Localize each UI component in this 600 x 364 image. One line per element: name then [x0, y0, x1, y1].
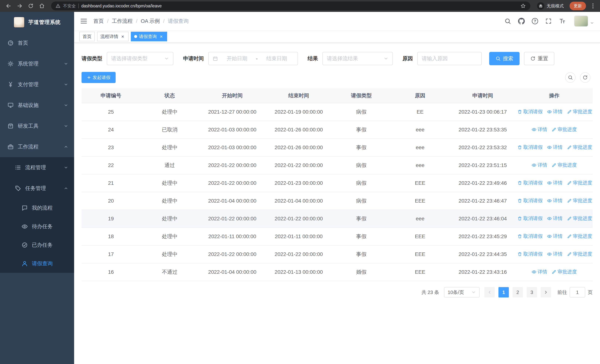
cell-start-time: 2022-01-04 00:00:00 [199, 192, 265, 210]
sidebar-item-leave-query[interactable]: 请假查询 [0, 254, 74, 273]
prev-page-button[interactable] [484, 287, 495, 298]
cancel-leave-link[interactable]: 取消请假 [517, 108, 543, 115]
cell-leave-type: 婚假 [332, 263, 391, 281]
page-button-3[interactable]: 3 [527, 287, 537, 298]
font-size-icon[interactable] [559, 18, 565, 24]
end-date-placeholder[interactable]: 结束日期 [260, 55, 293, 62]
tab-process-detail[interactable]: 流程详情 × [97, 32, 129, 41]
detail-link[interactable]: 详情 [547, 144, 562, 150]
close-icon[interactable]: × [159, 34, 164, 39]
table-refresh-button[interactable] [580, 72, 590, 83]
approval-progress-link[interactable]: 审批进度 [567, 108, 592, 115]
detail-link[interactable]: 详情 [547, 215, 562, 222]
sidebar-item-system-mgmt[interactable]: 系统管理 [0, 53, 74, 74]
breadcrumb-workflow[interactable]: 工作流程 [112, 18, 133, 25]
reason-input[interactable] [417, 52, 482, 65]
browser-back-button[interactable] [4, 1, 13, 11]
cancel-leave-link[interactable]: 取消请假 [517, 144, 543, 150]
cell-apply-id: 24 [82, 121, 140, 139]
edit-icon [567, 252, 572, 257]
sidebar-item-home[interactable]: 首页 [0, 33, 74, 53]
help-icon[interactable]: ? [532, 18, 538, 24]
detail-link[interactable]: 详情 [547, 108, 562, 115]
sidebar-item-todo-tasks[interactable]: 待办任务 [0, 217, 74, 236]
cancel-leave-link[interactable]: 取消请假 [517, 197, 543, 204]
cell-operations: 取消请假 详情 审批进度 [516, 192, 593, 210]
detail-link[interactable]: 详情 [547, 251, 562, 257]
user-menu[interactable] [574, 16, 594, 27]
approval-progress-link[interactable]: 审批进度 [567, 251, 592, 257]
cancel-leave-link[interactable]: 取消请假 [517, 215, 543, 222]
github-icon[interactable] [518, 18, 525, 24]
approval-progress-link[interactable]: 审批进度 [567, 233, 592, 239]
start-date-placeholder[interactable]: 开始日期 [220, 55, 254, 62]
sidebar-collapse-icon[interactable] [80, 18, 87, 25]
create-leave-button[interactable]: 发起请假 [82, 72, 116, 83]
sidebar-item-my-process[interactable]: 我的流程 [0, 199, 74, 217]
sidebar-item-infrastructure[interactable]: 基础设施 [0, 95, 74, 116]
sidebar-item-process-mgmt[interactable]: 流程管理 [0, 157, 74, 178]
breadcrumb-oa-example[interactable]: OA 示例 [141, 18, 160, 25]
detail-link[interactable]: 详情 [532, 162, 547, 168]
reset-button[interactable]: 重置 [524, 52, 554, 65]
avatar[interactable] [574, 16, 588, 27]
leave-type-select[interactable]: 请选择请假类型 [107, 52, 173, 65]
page-button-1[interactable]: 1 [498, 287, 509, 298]
navbar-actions: ? [504, 16, 594, 27]
approval-progress-link[interactable]: 审批进度 [552, 162, 577, 168]
breadcrumb-home[interactable]: 首页 [94, 18, 104, 25]
col-end-time: 结束时间 [265, 88, 332, 103]
approval-progress-link[interactable]: 审批进度 [552, 126, 577, 133]
result-select[interactable]: 请选择流结果 [322, 52, 393, 65]
tab-leave-query[interactable]: 请假查询 × [131, 32, 167, 41]
approval-progress-link[interactable]: 审批进度 [567, 197, 592, 204]
detail-link[interactable]: 详情 [547, 233, 562, 239]
cell-operations: 取消请假 详情 审批进度 [516, 245, 593, 263]
tab-home[interactable]: 首页 [79, 32, 95, 41]
search-icon[interactable] [504, 18, 511, 24]
next-page-button[interactable] [541, 287, 551, 298]
search-button[interactable]: 搜索 [489, 52, 520, 65]
cell-end-time: 2022-01-11 00:00:00 [265, 228, 332, 245]
sidebar-item-payment-mgmt[interactable]: 支付管理 [0, 74, 74, 95]
table-search-toggle-button[interactable] [565, 72, 576, 83]
apply-time-range[interactable]: 开始日期 - 结束日期 [208, 52, 298, 65]
cell-leave-type: 病假 [332, 156, 391, 174]
browser-update-button[interactable]: 更新 [570, 2, 586, 10]
approval-progress-link[interactable]: 审批进度 [567, 215, 592, 222]
browser-forward-button[interactable] [15, 1, 24, 11]
detail-link[interactable]: 详情 [532, 126, 547, 133]
approval-progress-link[interactable]: 审批进度 [552, 269, 577, 275]
trash-icon [517, 180, 522, 185]
close-icon[interactable]: × [120, 34, 125, 39]
browser-home-button[interactable] [37, 1, 47, 11]
sidebar-item-workflow[interactable]: 工作流程 [0, 136, 74, 157]
eye-icon [547, 198, 552, 203]
page-size-select[interactable]: 10条/页 [444, 287, 479, 298]
cancel-leave-link[interactable]: 取消请假 [517, 251, 543, 257]
cell-end-time: 2022-01-23 00:00:00 [265, 174, 332, 192]
approval-progress-link[interactable]: 审批进度 [567, 180, 592, 186]
chevron-down-icon [471, 290, 476, 295]
browser-menu-icon[interactable] [590, 3, 596, 9]
address-bar[interactable]: 不安全 dashboard.yudao.iocoder.cn/bpm/oa/le… [51, 1, 530, 10]
browser-reload-button[interactable] [26, 1, 36, 11]
warning-icon [56, 3, 60, 8]
cancel-leave-link[interactable]: 取消请假 [517, 180, 543, 186]
bookmark-star-icon[interactable] [520, 3, 526, 9]
sidebar-item-done-tasks[interactable]: 已办任务 [0, 236, 74, 254]
detail-link[interactable]: 详情 [547, 197, 562, 204]
security-warning[interactable]: 不安全 [63, 3, 76, 9]
approval-progress-link[interactable]: 审批进度 [567, 144, 592, 150]
fullscreen-icon[interactable] [545, 18, 552, 24]
goto-page-input[interactable] [570, 287, 585, 298]
sidebar-item-dev-tools[interactable]: 研发工具 [0, 116, 74, 136]
cell-apply-id: 16 [82, 263, 140, 281]
cancel-leave-link[interactable]: 取消请假 [517, 233, 543, 239]
detail-link[interactable]: 详情 [547, 180, 562, 186]
sidebar-item-task-mgmt[interactable]: 任务管理 [0, 178, 74, 199]
page-button-2[interactable]: 2 [513, 287, 523, 298]
app-logo[interactable]: 芋道管理系统 [0, 12, 74, 33]
cell-status: 处理中 [140, 174, 199, 192]
detail-link[interactable]: 详情 [532, 269, 547, 275]
